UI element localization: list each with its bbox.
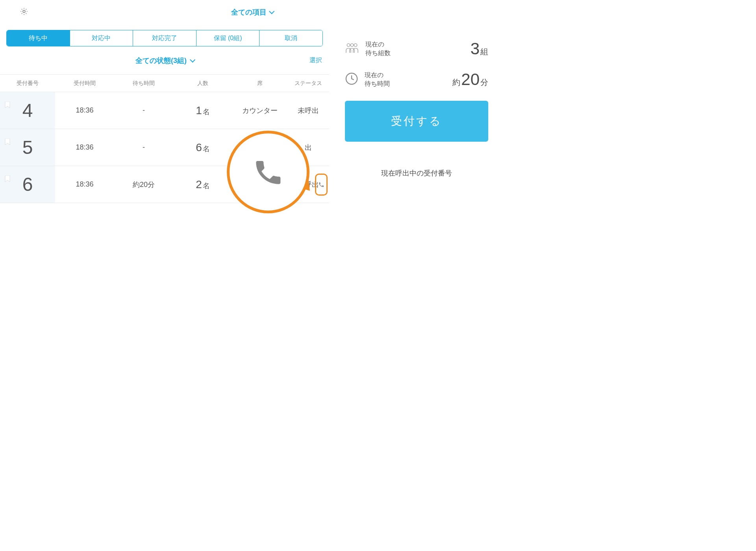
stat-groups: 現在の 待ち組数 3 組: [345, 39, 488, 58]
wait-unit: 分: [480, 77, 488, 88]
cell-number: 5: [0, 129, 55, 166]
label-line2: 待ち時間: [365, 80, 390, 87]
chevron-down-icon: [269, 8, 274, 14]
accept-button[interactable]: 受付する: [345, 101, 488, 142]
tab-label: 待ち中: [29, 34, 48, 43]
cell-status: 未呼出: [287, 106, 329, 115]
phone-icon: [252, 156, 284, 188]
col-status: ステータス: [287, 80, 329, 87]
cell-wait: 約20分: [114, 180, 173, 189]
col-people: 人数: [173, 80, 232, 87]
tab-label: 対応中: [92, 34, 111, 43]
people-count: 2: [196, 178, 202, 190]
ticket-number: 5: [22, 137, 33, 158]
stat-label: 現在の 待ち組数: [365, 40, 391, 58]
state-filter-label: 全ての状態(3組): [135, 56, 187, 65]
tab-cancelled[interactable]: 取消: [259, 30, 322, 46]
main-container: 待ち中 対応中 対応完了 保留 (0組) 取消 全ての状態(3組) 選択 受付番…: [0, 24, 504, 203]
cell-wait: -: [114, 143, 173, 152]
col-seat: 席: [232, 80, 287, 87]
svg-point-1: [347, 44, 350, 47]
bookmark-icon: [5, 166, 10, 188]
label-line1: 現在の: [365, 72, 384, 78]
groups-count: 3: [471, 39, 480, 58]
cell-number: 6: [0, 166, 55, 203]
calling-card: 現在呼出中の受付番号: [335, 158, 498, 188]
cell-people: 6名: [173, 141, 232, 154]
tab-on-hold[interactable]: 保留 (0組): [196, 30, 260, 46]
cell-time: 18:36: [55, 106, 114, 115]
table-row[interactable]: 4 18:36 - 1名 カウンター 未呼出: [0, 92, 329, 129]
cell-people: 2名: [173, 178, 232, 191]
state-filter-dropdown[interactable]: 全ての状態(3組): [135, 56, 194, 65]
calling-title: 現在呼出中の受付番号: [381, 169, 452, 177]
cell-seat: カウンター: [232, 106, 287, 115]
settings-icon[interactable]: [20, 7, 28, 17]
col-time: 受付時間: [55, 80, 114, 87]
clock-icon: [345, 72, 358, 87]
cell-people: 1名: [173, 104, 232, 117]
label-line2: 待ち組数: [365, 50, 391, 56]
callout-magnifier: [227, 131, 309, 213]
category-dropdown[interactable]: 全ての項目: [231, 7, 273, 17]
cell-number: 4: [0, 92, 55, 129]
cell-wait: -: [114, 106, 173, 115]
status-tabs: 待ち中 対応中 対応完了 保留 (0組) 取消: [6, 30, 323, 46]
people-unit: 名: [203, 182, 210, 190]
select-link[interactable]: 選択: [309, 56, 322, 65]
people-unit: 名: [203, 108, 210, 116]
right-panel: 現在の 待ち組数 3 組 現在の: [335, 24, 504, 203]
tab-completed[interactable]: 対応完了: [133, 30, 196, 46]
tab-label: 保留 (0組): [214, 34, 242, 43]
people-count: 1: [196, 104, 202, 116]
chevron-down-icon: [190, 57, 195, 62]
left-panel: 待ち中 対応中 対応完了 保留 (0組) 取消 全ての状態(3組) 選択 受付番…: [0, 24, 329, 203]
category-dropdown-label: 全ての項目: [231, 7, 267, 17]
ticket-number: 4: [22, 100, 33, 121]
people-unit: 名: [203, 145, 210, 153]
stat-value: 約 20 分: [452, 70, 488, 89]
svg-point-0: [23, 10, 25, 13]
app-header: 全ての項目: [0, 0, 504, 24]
bookmark-icon: [5, 92, 10, 114]
people-count: 6: [196, 141, 202, 153]
cell-time: 18:36: [55, 180, 114, 189]
col-wait: 待ち時間: [114, 80, 173, 87]
cell-time: 18:36: [55, 143, 114, 152]
bookmark-icon: [5, 129, 10, 151]
stat-wait-time: 現在の 待ち時間 約 20 分: [345, 70, 488, 89]
table-header: 受付番号 受付時間 待ち時間 人数 席 ステータス: [0, 75, 329, 92]
tab-label: 取消: [285, 34, 297, 43]
ticket-number: 6: [22, 174, 33, 195]
label-line1: 現在の: [365, 41, 384, 48]
stat-value: 3 組: [470, 39, 488, 58]
phone-icon: [318, 181, 324, 188]
people-group-icon: [345, 41, 359, 57]
groups-unit: 組: [480, 46, 488, 57]
tab-in-progress[interactable]: 対応中: [70, 30, 133, 46]
svg-point-2: [350, 44, 354, 47]
call-button[interactable]: [315, 174, 328, 196]
col-number: 受付番号: [0, 80, 55, 87]
stat-label: 現在の 待ち時間: [365, 71, 390, 89]
accept-button-label: 受付する: [391, 114, 442, 129]
tab-waiting[interactable]: 待ち中: [7, 30, 70, 46]
tab-label: 対応完了: [152, 34, 177, 43]
wait-prefix: 約: [452, 77, 460, 88]
filter-bar: 全ての状態(3組) 選択: [0, 46, 329, 75]
wait-minutes: 20: [461, 70, 480, 89]
stats-card: 現在の 待ち組数 3 組 現在の: [335, 30, 498, 151]
svg-point-3: [354, 44, 357, 47]
